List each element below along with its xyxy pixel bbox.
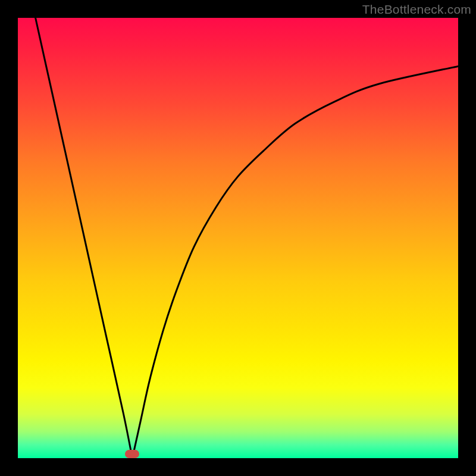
- curve-path: [36, 18, 458, 458]
- optimum-marker: [125, 450, 139, 458]
- chart-frame: TheBottleneck.com: [0, 0, 476, 476]
- curve-svg: [18, 18, 458, 458]
- watermark-text: TheBottleneck.com: [362, 2, 471, 17]
- plot-area: [18, 18, 458, 458]
